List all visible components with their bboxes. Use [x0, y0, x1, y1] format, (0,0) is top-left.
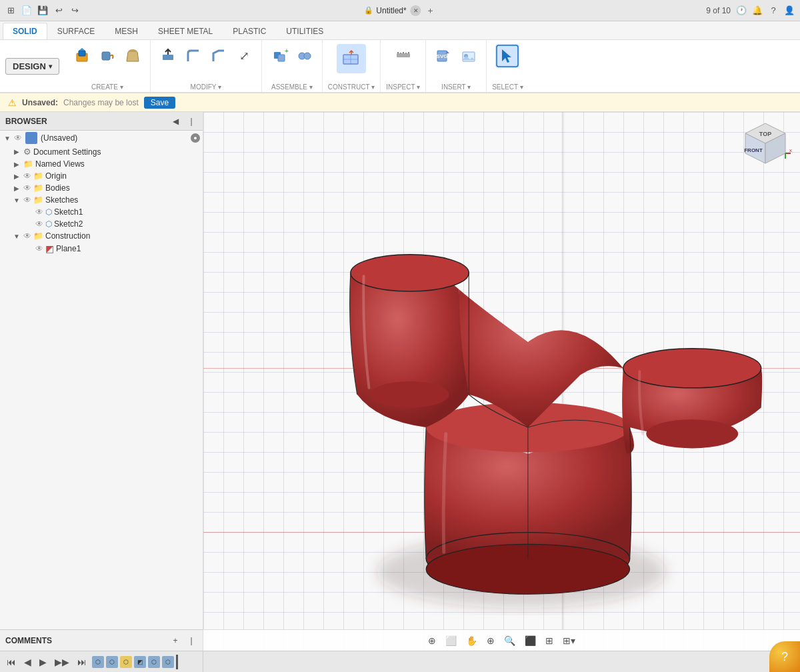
orientation-cube[interactable]: TOP FRONT x — [739, 120, 792, 173]
tree-eye-construction[interactable]: 👁 — [23, 231, 31, 241]
tree-item-sketch1[interactable]: 👁 ⬡ Sketch1 — [0, 206, 203, 218]
create-loft-button[interactable] — [121, 44, 145, 68]
notifications-icon[interactable]: 🔔 — [752, 5, 763, 16]
tree-label-sketch2: Sketch2 — [54, 219, 200, 229]
select-tool-button[interactable] — [495, 44, 519, 68]
tree-item-sketches[interactable]: ▼ 👁 📁 Sketches — [0, 194, 203, 206]
folder-icon-sketches: 📁 — [33, 195, 43, 205]
viewport-display-button[interactable]: ⬜ — [443, 634, 459, 647]
doc-options-dot[interactable]: ● — [191, 133, 200, 143]
tree-eye-unsaved[interactable]: 👁 — [14, 133, 22, 143]
insert-canvas-button[interactable] — [457, 44, 481, 68]
tree-item-construction[interactable]: ▼ 👁 📁 Construction — [0, 230, 203, 242]
inspect-measure-button[interactable] — [391, 44, 415, 68]
nav-play-button[interactable]: ▶ — [37, 655, 49, 669]
modify-chamfer-button[interactable] — [207, 44, 231, 68]
viewport-grid-button[interactable]: ⊞ — [543, 634, 556, 647]
viewport-zoom-in-button[interactable]: ⊕ — [484, 634, 497, 647]
toolbar-group-insert: SVG INSERT ▾ — [426, 40, 487, 92]
tab-sheet-metal[interactable]: SHEET METAL — [148, 23, 223, 39]
timeline-item-3[interactable]: ⬡ — [120, 656, 132, 668]
tree-eye-sketch1[interactable]: 👁 — [35, 207, 43, 217]
tree-item-named-views[interactable]: ▶ 📁 Named Views — [0, 158, 203, 170]
redo-icon[interactable]: ↪ — [69, 5, 80, 16]
insert-svg-button[interactable]: SVG — [431, 44, 455, 68]
ribbon-tabs: SOLID SURFACE MESH SHEET METAL PLASTIC U… — [0, 21, 800, 40]
tree-item-unsaved-doc[interactable]: ▼ 👁 (Unsaved) ● — [0, 131, 203, 145]
timeline-item-6[interactable]: ⬡ — [162, 656, 174, 668]
tab-utilities[interactable]: UTILITIES — [276, 23, 333, 39]
comments-expand-button[interactable]: + — [169, 635, 181, 647]
tree-item-sketch2[interactable]: 👁 ⬡ Sketch2 — [0, 218, 203, 230]
tree-item-plane1[interactable]: 👁 ◩ Plane1 — [0, 242, 203, 255]
browser-pin-button[interactable]: ◀ — [169, 115, 181, 127]
modify-fillet-button[interactable] — [181, 44, 205, 68]
folder-icon-origin: 📁 — [33, 171, 43, 181]
tree-eye-origin[interactable]: 👁 — [23, 171, 31, 181]
tree-item-origin[interactable]: ▶ 👁 📁 Origin — [0, 170, 203, 182]
save-icon[interactable]: 💾 — [37, 5, 48, 16]
tree-eye-sketches[interactable]: 👁 — [23, 195, 31, 205]
tab-mesh[interactable]: MESH — [105, 23, 148, 39]
tree-item-bodies[interactable]: ▶ 👁 📁 Bodies — [0, 182, 203, 194]
save-button[interactable]: Save — [144, 97, 175, 109]
create-extrude-button[interactable] — [70, 44, 94, 68]
modify-press-pull-button[interactable] — [156, 44, 180, 68]
svg-text:TOP: TOP — [759, 131, 771, 137]
unsaved-bar: ⚠ Unsaved: Changes may be lost Save — [0, 93, 800, 112]
svg-rect-15 — [397, 53, 410, 57]
tree-eye-bodies[interactable]: 👁 — [23, 183, 31, 193]
svg-text:+: + — [285, 47, 289, 55]
timeline-item-1[interactable]: ⬡ — [92, 656, 104, 668]
design-arrow-icon: ▾ — [49, 63, 52, 70]
nav-next-button[interactable]: ▶▶ — [52, 655, 72, 669]
viewport[interactable]: TOP FRONT x ⊕ ⬜ ✋ ⊕ 🔍 ⬛ ⊞ ⊞▾ — [203, 112, 800, 651]
help-icon[interactable]: ? — [768, 5, 779, 16]
assemble-group-label: ASSEMBLE ▾ — [271, 82, 313, 91]
help-circle-button[interactable]: ? — [769, 641, 800, 672]
folder-icon-bodies: 📁 — [33, 183, 43, 193]
viewport-snap-button[interactable]: ⊕ — [425, 634, 439, 647]
file-menu-icon[interactable]: 📄 — [21, 5, 32, 16]
close-tab-button[interactable]: ✕ — [411, 5, 421, 16]
timeline-item-5[interactable]: ⬡ — [148, 656, 160, 668]
tab-count-label: 9 of 10 — [706, 6, 731, 15]
assemble-joint-button[interactable] — [293, 44, 317, 68]
design-dropdown[interactable]: DESIGN ▾ — [5, 58, 59, 75]
tab-plastic[interactable]: PLASTIC — [223, 23, 276, 39]
viewport-zoom-out-button[interactable]: 🔍 — [501, 634, 518, 647]
viewport-grid-settings-button[interactable]: ⊞▾ — [560, 634, 578, 647]
tree-label-sketch1: Sketch1 — [54, 207, 200, 217]
nav-prev-button[interactable]: ◀ — [21, 655, 34, 669]
comments-collapse-button[interactable]: | — [185, 635, 197, 647]
tab-surface[interactable]: SURFACE — [47, 23, 105, 39]
toolbar-group-modify: ⤢ MODIFY ▾ — [151, 40, 262, 92]
tree-item-doc-settings[interactable]: ▶ ⚙ Document Settings — [0, 145, 203, 158]
svg-point-30 — [370, 381, 449, 407]
clock-icon[interactable]: 🕐 — [736, 5, 747, 16]
modify-move-button[interactable]: ⤢ — [232, 44, 256, 68]
undo-icon[interactable]: ↩ — [53, 5, 64, 16]
tree-label-construction: Construction — [45, 231, 200, 241]
browser-collapse-button[interactable]: | — [185, 115, 197, 127]
nav-last-button[interactable]: ⏭ — [75, 655, 89, 669]
profile-icon[interactable]: 👤 — [784, 5, 795, 16]
tree-eye-plane1[interactable]: 👁 — [35, 244, 43, 253]
svg-text:FRONT: FRONT — [744, 147, 763, 153]
tree-eye-sketch2[interactable]: 👁 — [35, 219, 43, 229]
svg-text:x: x — [789, 147, 792, 153]
timeline-item-4[interactable]: ◩ — [134, 656, 146, 668]
viewport-view-cube-button[interactable]: ⬛ — [522, 634, 539, 647]
timeline-item-2[interactable]: ⬡ — [106, 656, 118, 668]
new-tab-icon[interactable]: ＋ — [425, 5, 436, 16]
construct-plane-button[interactable] — [337, 44, 366, 73]
tree-arrow-unsaved: ▼ — [3, 135, 12, 142]
create-revolve-button[interactable] — [95, 44, 119, 68]
assemble-new-component-button[interactable]: + — [267, 44, 291, 68]
sidebar-empty-space — [0, 255, 203, 629]
apps-icon[interactable]: ⊞ — [5, 5, 16, 16]
nav-first-button[interactable]: ⏮ — [4, 655, 19, 669]
viewport-pan-button[interactable]: ✋ — [463, 634, 480, 647]
tree-label-named-views: Named Views — [35, 159, 200, 169]
tab-solid[interactable]: SOLID — [3, 23, 47, 39]
